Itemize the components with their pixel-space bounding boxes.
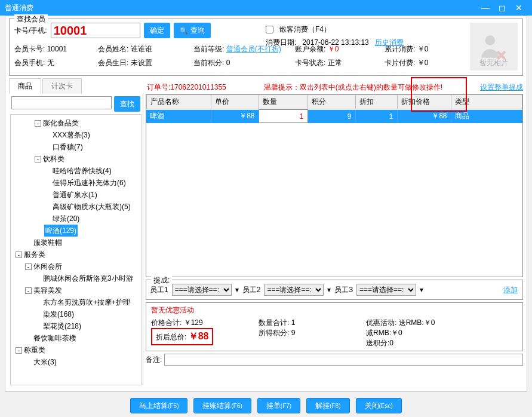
remark-label: 备注: — [146, 355, 162, 365]
main-panel: 查找会员 卡号/手机: 确定 查询 散客消费（F4） 消费日期: 2017-06… — [5, 16, 527, 392]
col-header[interactable]: 类型 — [451, 95, 522, 109]
confirm-button[interactable]: 确定 — [144, 23, 170, 38]
tree-branch[interactable]: -饮料类 — [12, 153, 140, 165]
tree-leaf[interactable]: 餐饮咖啡茶楼 — [12, 332, 140, 344]
card-label: 卡号/手机: — [14, 26, 47, 36]
tree-label: 饮料类 — [43, 155, 64, 163]
tree-leaf[interactable]: XXX薯条(3) — [12, 129, 140, 141]
order-number: 订单号:17062201011355 — [147, 82, 226, 93]
tree-label: 普通矿泉水(1) — [44, 191, 97, 199]
emp2-select[interactable]: ===请选择==: — [264, 284, 324, 296]
right-panel: 产品名称单价数量积分折扣折扣价格类型 啤酒 ￥88 1 9 1 ￥88 商品 — [143, 94, 523, 385]
info-status: 卡号状态: 正常 — [295, 58, 385, 68]
cell-price: ￥88 — [211, 110, 259, 123]
col-header[interactable]: 折扣价格 — [398, 95, 451, 109]
hold-order-button[interactable]: 挂单(F7) — [257, 398, 300, 413]
tree-branch[interactable]: -美容美发 — [12, 284, 140, 296]
info-points: 当前积分: 0 — [193, 58, 295, 68]
cell-disc-price: ￥88 — [397, 110, 451, 123]
add-employee-link[interactable]: 添加 — [503, 285, 518, 295]
history-link[interactable]: 历史消费 — [375, 38, 404, 48]
tree-leaf[interactable]: 佳得乐迅速补充体力(6) — [12, 177, 140, 189]
info-birthday: 会员生日: 未设置 — [98, 58, 193, 68]
guest-checkbox[interactable] — [266, 26, 273, 33]
cell-discount: 1 — [355, 110, 397, 123]
card-input[interactable] — [51, 23, 140, 38]
commission-fieldset: 提成: 员工1 ===请选择==: ▾ 员工2 ===请选择==: ▾ 员工3 … — [146, 280, 523, 300]
resume-order-button[interactable]: 解挂(F8) — [306, 398, 349, 413]
tree-leaf[interactable]: 普通矿泉水(1) — [12, 189, 140, 201]
info-phone: 会员手机: 无 — [14, 58, 98, 68]
remark-input[interactable] — [164, 354, 523, 366]
tree-leaf[interactable]: 高级矿物质水(大瓶装)(5) — [12, 201, 140, 213]
checkout-button[interactable]: 马上结算(F5) — [130, 398, 187, 413]
tree-label: 鹏城休闲会所斯洛克3小时游 — [35, 274, 133, 283]
table-row[interactable]: 啤酒 ￥88 1 9 1 ￥88 商品 — [146, 110, 522, 123]
promo: 优惠活动: 送RMB:￥0 — [366, 318, 473, 328]
tree-leaf[interactable]: 绿茶(20) — [12, 213, 140, 225]
tree-branch[interactable]: -膨化食品类 — [12, 117, 140, 129]
tree-branch[interactable]: -休闲会所 — [12, 260, 140, 272]
tree-label: 美容美发 — [33, 286, 62, 295]
tree-label: 绿茶(20) — [44, 214, 79, 223]
close-dialog-button[interactable]: 关闭(Esc) — [356, 398, 402, 413]
commission-legend: 提成: — [151, 275, 172, 286]
remark-row: 备注: — [146, 354, 523, 366]
member-search-legend: 查找会员 — [14, 14, 48, 24]
tree-toggle-icon[interactable]: - — [16, 347, 22, 354]
tree-toggle-icon[interactable]: - — [16, 252, 22, 258]
emp3-select[interactable]: ===请选择==: — [356, 284, 416, 296]
tree-leaf[interactable]: 啤酒(129) — [12, 225, 140, 237]
tree-toggle-icon[interactable]: - — [35, 156, 41, 162]
tree-leaf[interactable]: 东方名剪洗剪吹+按摩+护理 — [12, 296, 140, 308]
member-photo: 暂无相片 — [470, 23, 518, 70]
cell-qty[interactable]: 1 — [259, 110, 307, 123]
tree-leaf[interactable]: 染发(168) — [12, 308, 140, 320]
cell-name: 啤酒 — [146, 110, 211, 123]
category-tree[interactable]: -膨化食品类XXX薯条(3)口香糖(7)-饮料类哇哈哈营养快线(4)佳得乐迅速补… — [10, 114, 142, 385]
summary-box: 暂无优惠活动 价格合计: ￥129 数量合计: 1 优惠活动: 送RMB:￥0 … — [146, 302, 523, 351]
col-header[interactable]: 数量 — [259, 95, 308, 109]
window-controls: — ◻ ✕ — [477, 0, 527, 16]
col-header[interactable]: 积分 — [308, 95, 356, 109]
qty-total: 数量合计: 1 — [259, 318, 366, 328]
info-name: 会员姓名: 谁谁谁 — [98, 44, 193, 54]
minimize-button[interactable]: — — [477, 0, 494, 16]
close-button[interactable]: ✕ — [511, 0, 527, 16]
set-batch-commission[interactable]: 设置整单提成 — [480, 82, 523, 93]
tree-branch[interactable]: -称重类 — [12, 344, 140, 356]
cell-points: 9 — [307, 110, 355, 123]
tree-branch[interactable]: -服务类 — [12, 249, 140, 260]
product-search-button[interactable]: 查找 — [114, 96, 140, 112]
tab-count-card[interactable]: 计次卡 — [42, 78, 82, 94]
emp3-label: 员工3 — [334, 285, 353, 295]
tree-toggle-icon[interactable]: - — [25, 287, 32, 294]
col-header[interactable]: 产品名称 — [147, 95, 211, 109]
product-search-input[interactable] — [11, 96, 112, 109]
points-earned: 所得积分: 9 — [259, 328, 366, 348]
emp1-select[interactable]: ===请选择==: — [172, 284, 232, 296]
credit-checkout-button[interactable]: 挂账结算(F6) — [193, 398, 251, 413]
tree-leaf[interactable]: 服装鞋帽 — [12, 237, 140, 249]
tree-leaf[interactable]: 哇哈哈营养快线(4) — [12, 165, 140, 177]
window-title: 普通消费 — [5, 0, 33, 16]
tree-label: 哇哈哈营养快线(4) — [44, 167, 112, 175]
emp1-label: 员工1 — [150, 285, 168, 295]
tree-label: 膨化食品类 — [43, 119, 79, 127]
consume-date-label: 消费日期: — [266, 38, 296, 48]
tree-leaf[interactable]: 口香糖(7) — [12, 141, 140, 153]
tree-leaf[interactable]: 梨花烫(218) — [12, 320, 140, 332]
maximize-button[interactable]: ◻ — [494, 0, 511, 16]
query-button[interactable]: 查询 — [174, 23, 211, 38]
col-header[interactable]: 折扣 — [356, 95, 398, 109]
items-grid: 产品名称单价数量积分折扣折扣价格类型 啤酒 ￥88 1 9 1 ￥88 商品 — [146, 94, 523, 277]
tree-toggle-icon[interactable]: - — [25, 263, 32, 270]
tab-products[interactable]: 商品 — [9, 78, 41, 94]
emp2-label: 员工2 — [242, 285, 261, 295]
tree-label: XXX薯条(3) — [44, 131, 90, 139]
tree-label: 口香糖(7) — [44, 143, 83, 151]
tree-leaf[interactable]: 鹏城休闲会所斯洛克3小时游 — [12, 272, 140, 284]
tree-toggle-icon[interactable]: - — [35, 120, 41, 127]
tree-leaf[interactable]: 大米(3) — [12, 356, 140, 368]
col-header[interactable]: 单价 — [211, 95, 259, 109]
